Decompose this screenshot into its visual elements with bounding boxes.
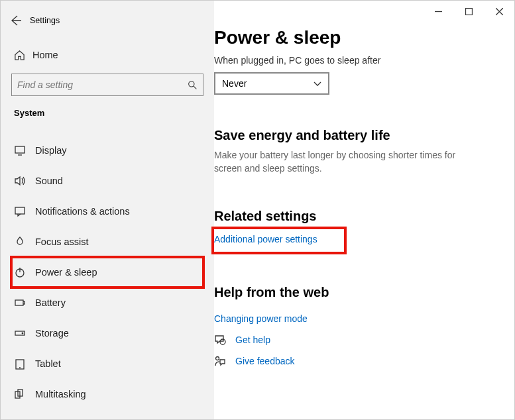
chat-icon bbox=[214, 334, 226, 346]
give-feedback-link[interactable]: Give feedback bbox=[235, 356, 295, 366]
get-help-link[interactable]: Get help bbox=[235, 335, 270, 345]
nav-list: Display Sound Notifications & actions Fo… bbox=[11, 135, 203, 409]
section-label: System bbox=[14, 108, 203, 118]
svg-rect-4 bbox=[15, 300, 23, 305]
svg-point-0 bbox=[189, 81, 194, 86]
svg-point-11 bbox=[220, 339, 225, 344]
main-panel: Power & sleep When plugged in, PC goes t… bbox=[214, 1, 514, 419]
maximize-button[interactable] bbox=[453, 1, 484, 22]
display-icon bbox=[14, 144, 35, 156]
sound-icon bbox=[14, 175, 35, 187]
sidebar-item-label: Multitasking bbox=[35, 389, 86, 399]
sidebar-item-focus-assist[interactable]: Focus assist bbox=[11, 227, 203, 257]
sleep-value: Never bbox=[222, 78, 247, 89]
home-nav[interactable]: Home bbox=[11, 42, 203, 68]
feedback-icon bbox=[214, 355, 226, 367]
page-title: Power & sleep bbox=[214, 27, 494, 48]
related-heading: Related settings bbox=[214, 209, 494, 224]
home-label: Home bbox=[32, 50, 58, 60]
sidebar-item-display[interactable]: Display bbox=[11, 135, 203, 166]
close-button[interactable] bbox=[484, 1, 514, 22]
sidebar-item-notifications[interactable]: Notifications & actions bbox=[11, 196, 203, 227]
sidebar-item-power-sleep[interactable]: Power & sleep bbox=[11, 257, 203, 288]
home-icon bbox=[14, 50, 32, 61]
back-button[interactable] bbox=[1, 9, 30, 32]
related-link-highlight: Additional power settings bbox=[214, 229, 344, 252]
battery-icon bbox=[14, 297, 35, 309]
changing-power-mode-link[interactable]: Changing power mode bbox=[214, 313, 308, 324]
tablet-icon bbox=[14, 358, 35, 370]
sidebar-item-label: Storage bbox=[35, 328, 69, 339]
arrow-left-icon bbox=[9, 15, 21, 26]
help-heading: Help from the web bbox=[214, 285, 494, 300]
sidebar-item-label: Sound bbox=[35, 176, 63, 186]
sidebar-item-label: Display bbox=[35, 145, 67, 156]
sidebar-item-label: Power & sleep bbox=[35, 267, 97, 278]
sidebar-item-sound[interactable]: Sound bbox=[11, 166, 203, 196]
svg-rect-10 bbox=[465, 8, 472, 15]
minimize-button[interactable] bbox=[423, 1, 453, 22]
chevron-down-icon bbox=[314, 79, 321, 87]
sidebar-item-multitasking[interactable]: Multitasking bbox=[11, 379, 203, 409]
storage-icon bbox=[14, 327, 35, 339]
window-controls bbox=[423, 1, 514, 22]
focus-assist-icon bbox=[14, 236, 35, 248]
sidebar-item-storage[interactable]: Storage bbox=[11, 318, 203, 348]
window-title: Settings bbox=[30, 16, 60, 25]
minimize-icon bbox=[435, 8, 442, 15]
sidebar-item-battery[interactable]: Battery bbox=[11, 288, 203, 318]
sidebar-item-label: Tablet bbox=[35, 358, 61, 369]
sidebar-item-tablet[interactable]: Tablet bbox=[11, 348, 203, 379]
sidebar: Settings Home System Display bbox=[1, 1, 214, 419]
sidebar-item-label: Notifications & actions bbox=[35, 206, 130, 217]
svg-rect-1 bbox=[15, 146, 25, 153]
multitasking-icon bbox=[14, 388, 35, 400]
sidebar-item-label: Focus assist bbox=[35, 236, 89, 247]
notifications-icon bbox=[14, 205, 35, 217]
search-input[interactable] bbox=[11, 74, 203, 96]
svg-point-12 bbox=[216, 356, 219, 360]
search-icon bbox=[188, 80, 198, 90]
maximize-icon bbox=[465, 8, 473, 15]
sleep-dropdown[interactable]: Never bbox=[214, 72, 329, 95]
svg-rect-2 bbox=[15, 207, 25, 214]
additional-power-settings-link[interactable]: Additional power settings bbox=[214, 234, 317, 244]
energy-description: Make your battery last longer by choosin… bbox=[214, 148, 473, 176]
power-icon bbox=[14, 266, 35, 278]
svg-point-6 bbox=[22, 333, 23, 334]
sleep-caption: When plugged in, PC goes to sleep after bbox=[214, 55, 494, 66]
close-icon bbox=[496, 8, 503, 15]
sidebar-item-label: Battery bbox=[35, 297, 66, 308]
search-field[interactable] bbox=[17, 79, 188, 90]
energy-heading: Save energy and battery life bbox=[214, 128, 494, 143]
